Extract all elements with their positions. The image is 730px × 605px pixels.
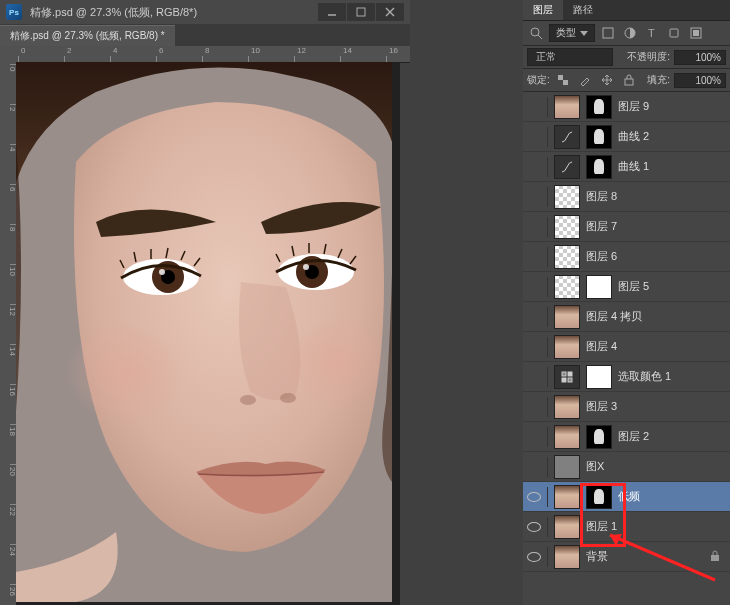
visibility-toggle[interactable]: [527, 430, 541, 444]
layer-row[interactable]: 图层 7: [523, 212, 730, 242]
layer-row[interactable]: 图层 2: [523, 422, 730, 452]
layer-name[interactable]: 图层 8: [586, 189, 617, 204]
filter-shape-icon[interactable]: [665, 25, 683, 41]
ruler-vertical[interactable]: 02468101214161820222426: [0, 62, 17, 605]
visibility-toggle[interactable]: [527, 370, 541, 384]
visibility-toggle[interactable]: [527, 310, 541, 324]
layer-row[interactable]: 图层 6: [523, 242, 730, 272]
layer-name[interactable]: 曲线 2: [618, 129, 649, 144]
visibility-toggle[interactable]: [527, 550, 541, 564]
filter-pixel-icon[interactable]: [599, 25, 617, 41]
close-button[interactable]: [376, 3, 404, 21]
svg-point-17: [531, 28, 539, 36]
layer-row[interactable]: 低频: [523, 482, 730, 512]
visibility-toggle[interactable]: [527, 460, 541, 474]
layer-thumbnail[interactable]: [554, 95, 580, 119]
layer-thumbnail[interactable]: [586, 155, 612, 179]
ruler-horizontal[interactable]: 0246810121416: [0, 46, 410, 63]
layer-thumbnail[interactable]: [554, 215, 580, 239]
visibility-toggle[interactable]: [527, 340, 541, 354]
filter-text-icon[interactable]: T: [643, 25, 661, 41]
layer-name[interactable]: 图层 5: [618, 279, 649, 294]
visibility-toggle[interactable]: [527, 100, 541, 114]
layer-name[interactable]: 图层 3: [586, 399, 617, 414]
document-tab[interactable]: 精修.psd @ 27.3% (低频, RGB/8) *: [0, 25, 175, 46]
layer-row[interactable]: 图层 3: [523, 392, 730, 422]
lock-paint-icon[interactable]: [576, 72, 594, 88]
layer-name[interactable]: 图层 2: [618, 429, 649, 444]
layer-name[interactable]: 曲线 1: [618, 159, 649, 174]
visibility-toggle[interactable]: [527, 280, 541, 294]
layer-name[interactable]: 低频: [618, 489, 640, 504]
visibility-toggle[interactable]: [527, 400, 541, 414]
layer-thumbnail[interactable]: [586, 275, 612, 299]
layer-row[interactable]: 图层 4 拷贝: [523, 302, 730, 332]
layer-thumbnail[interactable]: [554, 485, 580, 509]
layer-thumbnail[interactable]: [554, 275, 580, 299]
adjustment-thumbnail[interactable]: [554, 365, 580, 389]
filter-type-dropdown[interactable]: 类型: [549, 24, 595, 42]
layers-list[interactable]: 图层 9曲线 2曲线 1图层 8图层 7图层 6图层 5图层 4 拷贝图层 4选…: [523, 92, 730, 587]
layer-thumbnail[interactable]: [554, 515, 580, 539]
layer-thumbnail[interactable]: [586, 95, 612, 119]
canvas-area[interactable]: [16, 62, 400, 605]
layer-thumbnail[interactable]: [554, 245, 580, 269]
layer-name[interactable]: 背景: [586, 549, 608, 564]
visibility-toggle[interactable]: [527, 520, 541, 534]
maximize-button[interactable]: [347, 3, 375, 21]
layer-thumbnail[interactable]: [554, 455, 580, 479]
layer-name[interactable]: 图层 9: [618, 99, 649, 114]
visibility-toggle[interactable]: [527, 190, 541, 204]
layer-thumbnail[interactable]: [554, 185, 580, 209]
svg-rect-22: [670, 29, 678, 37]
layer-thumbnail[interactable]: [554, 305, 580, 329]
search-icon[interactable]: [527, 25, 545, 41]
canvas[interactable]: [16, 62, 392, 602]
layer-row[interactable]: 背景: [523, 542, 730, 572]
blend-mode-dropdown[interactable]: 正常: [527, 48, 613, 66]
visibility-toggle[interactable]: [527, 490, 541, 504]
layer-row[interactable]: 选取颜色 1: [523, 362, 730, 392]
visibility-toggle[interactable]: [527, 250, 541, 264]
layer-name[interactable]: 图层 4 拷贝: [586, 309, 642, 324]
minimize-button[interactable]: [318, 3, 346, 21]
layer-row[interactable]: 图X: [523, 452, 730, 482]
adjustment-thumbnail[interactable]: [554, 125, 580, 149]
layer-name[interactable]: 选取颜色 1: [618, 369, 671, 384]
layer-thumbnail[interactable]: [586, 485, 612, 509]
svg-point-6: [286, 317, 386, 407]
layer-thumbnail[interactable]: [554, 545, 580, 569]
layer-row[interactable]: 曲线 1: [523, 152, 730, 182]
lock-transparency-icon[interactable]: [554, 72, 572, 88]
layer-thumbnail[interactable]: [554, 425, 580, 449]
layer-row[interactable]: 图层 5: [523, 272, 730, 302]
layer-thumbnail[interactable]: [554, 395, 580, 419]
layer-row[interactable]: 图层 4: [523, 332, 730, 362]
tab-layers[interactable]: 图层: [523, 0, 563, 20]
lock-all-icon[interactable]: [620, 72, 638, 88]
layer-row[interactable]: 图层 1: [523, 512, 730, 542]
layer-name[interactable]: 图X: [586, 459, 604, 474]
lock-position-icon[interactable]: [598, 72, 616, 88]
window-title: 精修.psd @ 27.3% (低频, RGB/8*): [30, 5, 318, 20]
layer-thumbnail[interactable]: [586, 425, 612, 449]
filter-smart-icon[interactable]: [687, 25, 705, 41]
fill-input[interactable]: 100%: [674, 73, 726, 88]
layer-name[interactable]: 图层 6: [586, 249, 617, 264]
layer-row[interactable]: 图层 8: [523, 182, 730, 212]
opacity-input[interactable]: 100%: [674, 50, 726, 65]
layer-thumbnail[interactable]: [586, 125, 612, 149]
adjustment-thumbnail[interactable]: [554, 155, 580, 179]
layer-row[interactable]: 图层 9: [523, 92, 730, 122]
visibility-toggle[interactable]: [527, 160, 541, 174]
layer-name[interactable]: 图层 4: [586, 339, 617, 354]
layer-thumbnail[interactable]: [554, 335, 580, 359]
layer-row[interactable]: 曲线 2: [523, 122, 730, 152]
layer-name[interactable]: 图层 7: [586, 219, 617, 234]
filter-adjustment-icon[interactable]: [621, 25, 639, 41]
visibility-toggle[interactable]: [527, 220, 541, 234]
visibility-toggle[interactable]: [527, 130, 541, 144]
layer-thumbnail[interactable]: [586, 365, 612, 389]
tab-paths[interactable]: 路径: [563, 0, 603, 20]
layer-name[interactable]: 图层 1: [586, 519, 617, 534]
